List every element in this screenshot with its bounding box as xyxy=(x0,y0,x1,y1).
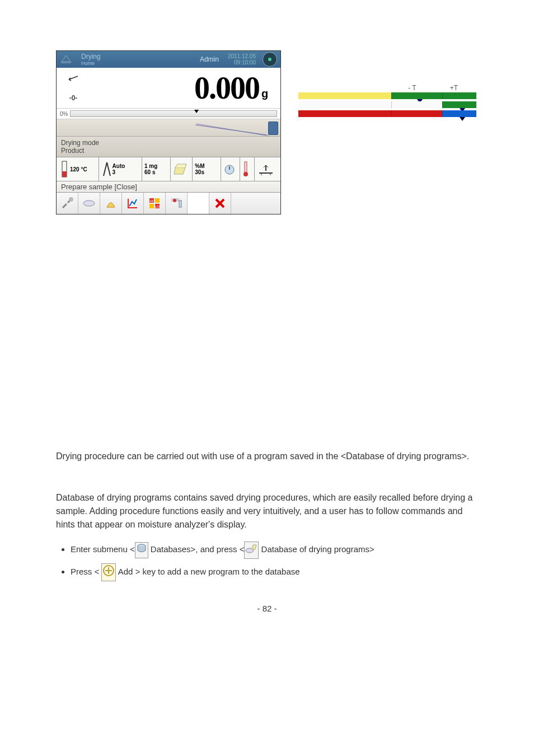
tare-row-3 xyxy=(298,110,477,118)
paragraph-2: Database of drying programs contains sav… xyxy=(56,491,478,531)
page-number: - 82 - xyxy=(56,604,478,613)
device-screen: Drying Home Admin 2011.12.05 09:10:00 -0… xyxy=(56,50,281,214)
progress-bar xyxy=(70,110,277,117)
svg-rect-4 xyxy=(245,162,247,173)
toolbar: HILO xyxy=(57,193,280,214)
chart-area xyxy=(57,119,280,137)
sensor-icon xyxy=(268,122,278,135)
svg-text:LO: LO xyxy=(155,205,160,208)
blank-button xyxy=(188,193,209,214)
titlebar: Drying Home Admin 2011.12.05 09:10:00 xyxy=(57,51,280,68)
svg-text:HI: HI xyxy=(150,199,153,203)
add-icon xyxy=(101,563,116,582)
svg-point-5 xyxy=(243,172,248,176)
bullet-list: Enter submenu < Databases>, and press < … xyxy=(56,542,478,581)
tare-row-1 xyxy=(298,92,477,100)
param-finish[interactable]: 1 mg 60 s xyxy=(142,157,171,181)
svg-rect-2 xyxy=(62,171,67,177)
weight-unit: g xyxy=(261,68,280,108)
param-temp[interactable]: 120 °C xyxy=(57,157,99,181)
param-print-icon[interactable] xyxy=(171,157,193,181)
drying-button[interactable] xyxy=(100,193,122,214)
power-button[interactable] xyxy=(263,52,277,67)
weight-value: 0.000 xyxy=(90,68,261,108)
tare-row-2 xyxy=(298,101,477,109)
param-timer-icon[interactable] xyxy=(221,157,240,181)
tare-minus-label: - T xyxy=(408,84,416,92)
stop-drying-button[interactable] xyxy=(166,193,188,214)
bullet-2: Press < Add > key to add a new program t… xyxy=(71,563,478,582)
mode-name: Drying xyxy=(81,53,101,60)
tare-widget: - T +T xyxy=(298,84,477,119)
progress-row: 0% xyxy=(57,109,280,119)
svg-rect-16 xyxy=(179,200,181,207)
databases-icon xyxy=(135,542,148,558)
svg-point-7 xyxy=(83,200,95,206)
line-drying-mode: Drying mode xyxy=(61,139,276,147)
svg-rect-9 xyxy=(155,198,160,203)
scale-icon xyxy=(57,51,76,68)
graph-button[interactable] xyxy=(122,193,144,214)
blank-button-2 xyxy=(231,193,252,214)
tare-plus-label: +T xyxy=(450,84,458,92)
close-button[interactable] xyxy=(209,193,231,214)
svg-point-15 xyxy=(173,199,176,202)
level-icon xyxy=(68,74,79,82)
tools-button[interactable] xyxy=(57,193,78,214)
progress-pct: 0% xyxy=(60,111,68,117)
breadcrumb: Home xyxy=(81,60,101,66)
line-product: Product xyxy=(61,147,276,155)
svg-rect-10 xyxy=(149,204,154,208)
param-thermometer-icon[interactable] xyxy=(240,157,254,181)
drying-program-icon xyxy=(244,542,259,559)
grid-hi-lo-button[interactable]: HILO xyxy=(144,193,166,214)
param-pan-icon[interactable] xyxy=(254,157,280,181)
time-label: 09:10:00 xyxy=(228,59,256,66)
prepare-label: Prepare sample [Close] xyxy=(57,181,280,193)
date-label: 2011.12.05 xyxy=(228,53,256,59)
param-interval[interactable]: %M 30s xyxy=(193,157,221,181)
bullet-1: Enter submenu < Databases>, and press < … xyxy=(71,542,478,559)
user-label: Admin xyxy=(194,55,224,63)
params-row: 120 °C Auto 3 1 mg 60 s xyxy=(57,157,280,181)
info-labels: Drying mode Product xyxy=(57,137,280,157)
paragraph-1: Drying procedure can be carried out with… xyxy=(56,450,478,463)
svg-rect-0 xyxy=(61,61,71,63)
zero-marker: -0- xyxy=(69,94,78,102)
svg-point-6 xyxy=(69,197,73,202)
readout-area: -0- 0.000 g xyxy=(57,68,280,109)
param-auto[interactable]: Auto 3 xyxy=(99,157,142,181)
dish-button[interactable] xyxy=(78,193,100,214)
